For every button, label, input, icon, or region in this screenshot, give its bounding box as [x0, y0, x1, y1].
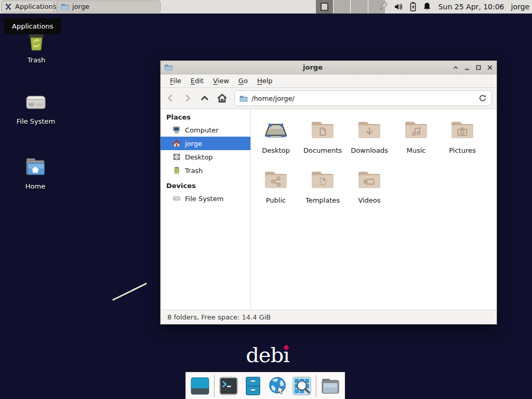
sidebar-item-desktop[interactable]: Desktop — [161, 150, 250, 164]
volume-icon[interactable] — [393, 2, 404, 12]
minimize-icon[interactable] — [464, 64, 470, 71]
web-browser-icon[interactable] — [267, 376, 288, 396]
folder-item-downloads[interactable]: Downloads — [346, 117, 393, 154]
sidebar-item-label: Desktop — [185, 153, 213, 161]
folder-label: Videos — [346, 196, 393, 204]
close-icon[interactable] — [487, 64, 493, 71]
folder-downloads-icon — [357, 117, 382, 142]
statusbar-text: 8 folders, Free space: 14.4 GiB — [167, 313, 271, 321]
folder-item-videos[interactable]: Videos — [346, 167, 393, 204]
sidebar-item-label: Computer — [185, 126, 219, 134]
shade-icon[interactable] — [453, 64, 459, 71]
tooltip-text: Applications — [12, 22, 53, 30]
system-tray — [377, 1, 432, 12]
session-user-label[interactable]: jorge — [511, 3, 529, 11]
computer-icon — [172, 126, 181, 134]
workspace-1[interactable] — [316, 0, 333, 14]
home-folder-icon — [23, 154, 48, 179]
trash-mini-icon — [172, 166, 181, 175]
maximize-icon[interactable] — [475, 64, 482, 71]
panel-handle[interactable] — [54, 2, 55, 11]
folder-label: Templates — [299, 196, 346, 204]
folder-item-public[interactable]: Public — [252, 167, 299, 204]
taskbar-folder-icon — [61, 3, 69, 10]
folder-item-pictures[interactable]: Pictures — [439, 117, 486, 154]
sidebar-item-trash[interactable]: Trash — [161, 164, 250, 177]
reload-icon[interactable] — [478, 94, 487, 102]
sidebar-item-label: jorge — [185, 140, 202, 148]
path-text: /home/jorge/ — [251, 95, 295, 102]
file-cabinet-icon[interactable] — [243, 376, 263, 396]
sidebar-item-file-system[interactable]: File System — [161, 192, 250, 205]
folder-item-desktop[interactable]: Desktop — [252, 117, 299, 154]
sidebar-item-label: Trash — [185, 167, 203, 175]
top-panel: Applications jorge — [0, 0, 532, 14]
sidebar-header-places: Places — [161, 111, 250, 123]
sidebar-item-label: File System — [185, 195, 223, 203]
debian-logo-i: ı — [283, 343, 289, 367]
folder-item-templates[interactable]: Templates — [299, 167, 346, 204]
up-icon[interactable] — [200, 93, 210, 103]
folder-label: Documents — [299, 147, 346, 154]
folder-label: Downloads — [346, 147, 393, 154]
xfce-logo-icon — [4, 3, 12, 11]
sidebar: Places Computer jorge — [161, 109, 251, 310]
titlebar[interactable]: jorge — [161, 61, 497, 74]
folder-templates-icon — [310, 167, 335, 192]
folder-public-icon — [263, 167, 288, 192]
desktop-icon-label: Home — [11, 182, 59, 190]
desktop-mini-icon — [172, 153, 181, 161]
window-folder-icon — [164, 63, 173, 71]
dock-separator — [316, 375, 316, 397]
desktop-trapezoid-icon — [263, 117, 288, 142]
workspace-3[interactable] — [350, 0, 368, 14]
folder-label: Desktop — [252, 147, 299, 154]
home-icon[interactable] — [217, 93, 228, 103]
path-field[interactable]: /home/jorge/ — [234, 90, 492, 106]
desktop-icon-home[interactable]: Home — [11, 154, 59, 190]
menu-view[interactable]: View — [208, 75, 234, 86]
drive-mini-icon — [172, 194, 181, 203]
folder-pictures-icon — [450, 117, 475, 142]
path-folder-icon — [240, 95, 248, 102]
menu-help[interactable]: Help — [252, 75, 277, 86]
folder-launcher-icon[interactable] — [320, 376, 341, 396]
folder-item-music[interactable]: Music — [393, 117, 440, 154]
statusbar: 8 folders, Free space: 14.4 GiB — [161, 310, 497, 324]
folder-documents-icon — [310, 117, 335, 142]
applications-menu-button[interactable]: Applications — [1, 1, 61, 12]
folder-item-documents[interactable]: Documents — [299, 117, 346, 154]
menu-file[interactable]: File — [165, 75, 186, 86]
workspace-switcher — [316, 0, 385, 14]
menu-go[interactable]: Go — [234, 75, 252, 86]
folder-label: Music — [393, 147, 440, 154]
workspace-window-preview — [321, 3, 328, 11]
taskbar-window-label: jorge — [72, 3, 89, 10]
clock[interactable]: Sun 25 Apr, 10:06 — [438, 3, 504, 11]
sidebar-item-computer[interactable]: Computer — [161, 123, 250, 137]
terminal-icon[interactable] — [218, 376, 239, 396]
menu-edit[interactable]: Edit — [186, 75, 208, 86]
folder-music-icon — [404, 117, 429, 142]
application-finder-icon[interactable] — [291, 376, 312, 396]
back-icon[interactable] — [165, 93, 176, 103]
bell-icon[interactable] — [422, 2, 432, 12]
battery-icon[interactable] — [408, 2, 418, 12]
applications-menu-label: Applications — [15, 3, 56, 10]
dock — [185, 372, 345, 399]
pen-tool-icon[interactable] — [377, 1, 389, 12]
workspace-2[interactable] — [333, 0, 351, 14]
desktop-icon-file-system[interactable]: File System — [12, 89, 60, 125]
file-view[interactable]: Desktop Documents Downloads — [251, 109, 497, 310]
sidebar-header-devices: Devices — [161, 180, 250, 192]
forward-icon[interactable] — [182, 93, 193, 103]
taskbar-window-button[interactable]: jorge — [57, 1, 161, 12]
dock-separator — [214, 375, 215, 397]
applications-tooltip: Applications — [4, 18, 61, 34]
show-desktop-icon[interactable] — [190, 376, 210, 396]
sidebar-item-jorge[interactable]: jorge — [161, 137, 250, 150]
desktop-icon-label: Trash — [12, 56, 60, 64]
house-icon — [172, 139, 181, 148]
desktop-icon-label: File System — [12, 117, 60, 125]
file-manager-window: jorge File Edit View Go Help — [160, 60, 497, 325]
